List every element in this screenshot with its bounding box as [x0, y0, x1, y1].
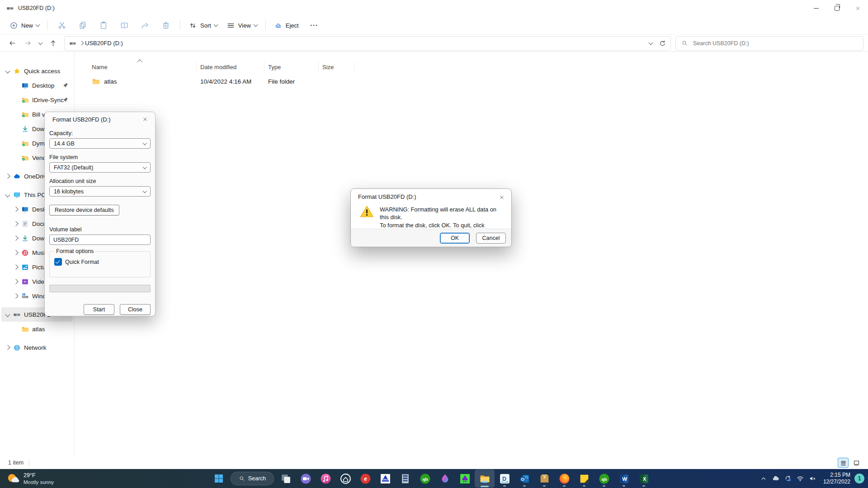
taskbar-clock[interactable]: 2:15 PM 12/27/2022: [823, 472, 850, 485]
arrow-right-icon: [24, 39, 32, 47]
file-system-dropdown[interactable]: FAT32 (Default): [49, 162, 151, 173]
toolbar-button-rename[interactable]: [114, 19, 134, 32]
taskbar-search[interactable]: Search: [231, 472, 274, 485]
eject-button[interactable]: Eject: [270, 19, 303, 32]
restore-defaults-button[interactable]: Restore device defaults: [49, 205, 119, 216]
volume-label-input[interactable]: [49, 235, 151, 245]
view-toggle-details-view[interactable]: [838, 458, 849, 468]
tray-icon-wifi[interactable]: [794, 471, 807, 486]
taskbar-app-itunes[interactable]: [316, 469, 335, 488]
search-input[interactable]: [692, 40, 858, 47]
svg-text:qb: qb: [422, 476, 428, 481]
chevron-right-icon: [80, 41, 84, 46]
up-button[interactable]: [45, 37, 61, 50]
taskbar-app-outlook[interactable]: O: [514, 469, 534, 488]
tree-chevron-icon[interactable]: [5, 68, 10, 73]
toolbar-button-share[interactable]: [135, 19, 155, 32]
tree-chevron-icon[interactable]: [13, 221, 18, 226]
column-header-date-modified[interactable]: Date modified: [197, 62, 264, 72]
view-button[interactable]: View: [222, 19, 261, 32]
tree-chevron-icon[interactable]: [5, 192, 10, 197]
toolbar-button-delete[interactable]: [156, 19, 176, 32]
taskbar-app-pti-blue[interactable]: PTI: [375, 469, 395, 488]
format-dialog-close-button[interactable]: [141, 115, 150, 124]
taskbar-app-task-view[interactable]: [276, 469, 296, 488]
tray-icon-volume-mute[interactable]: [807, 471, 819, 486]
recent-locations-button[interactable]: [35, 42, 45, 44]
sidebar-item-idrive-sync[interactable]: IDrive-Sync: [1, 93, 73, 107]
tray-icon-sync[interactable]: [782, 471, 794, 486]
sidebar-item-quick-access[interactable]: Quick access: [1, 64, 73, 78]
file-row-atlas[interactable]: atlas 10/4/2022 4:16 AM File folder: [75, 74, 868, 89]
tree-chevron-icon[interactable]: [13, 279, 18, 284]
back-button[interactable]: [5, 37, 20, 50]
desktop-icon: [21, 206, 29, 213]
taskbar-app-box-app[interactable]: [534, 469, 554, 488]
toolbar-button-cut[interactable]: [52, 19, 72, 32]
taskbar-app-word[interactable]: W: [614, 469, 634, 488]
trash-can-icon: [161, 21, 170, 30]
taskbar-app-firefox[interactable]: [554, 469, 574, 488]
tray-icon-show-hidden-icons[interactable]: [758, 471, 770, 486]
sidebar-item-atlas[interactable]: atlas: [1, 322, 73, 336]
refresh-icon[interactable]: [659, 40, 666, 47]
column-header-size[interactable]: Size: [319, 62, 355, 72]
sidebar-item-network[interactable]: Network: [1, 340, 73, 355]
start-button[interactable]: Start: [84, 304, 114, 315]
taskbar-app-home-app[interactable]: [335, 469, 355, 488]
taskbar-app-doc-stack[interactable]: [395, 469, 415, 488]
more-options-button[interactable]: [304, 19, 324, 32]
taskbar-app-file-explorer[interactable]: [475, 469, 495, 488]
chevron-down-icon: [142, 165, 146, 169]
sticky-notes-icon: [579, 473, 590, 484]
tray-icon-onedrive[interactable]: [770, 471, 782, 486]
tree-chevron-icon[interactable]: [13, 235, 18, 240]
column-header-name[interactable]: Name: [88, 62, 197, 72]
column-header-type[interactable]: Type: [264, 62, 319, 72]
taskbar-app-video-chat[interactable]: [296, 469, 316, 488]
chevron-down-icon[interactable]: [649, 40, 653, 45]
allocation-dropdown[interactable]: 16 kilobytes: [49, 186, 151, 197]
warning-dialog-close-button[interactable]: [498, 193, 506, 202]
taskbar-app-paint-drop[interactable]: [435, 469, 455, 488]
new-button[interactable]: New: [5, 19, 43, 32]
view-toggle-thumbnail-view[interactable]: [851, 458, 862, 468]
taskbar-app-quickbooks[interactable]: qb: [415, 469, 435, 488]
maximize-button[interactable]: [826, 0, 847, 16]
tree-chevron-icon[interactable]: [5, 174, 10, 178]
taskbar-app-edge-e[interactable]: e: [355, 469, 375, 488]
taskbar-app-excel[interactable]: X: [634, 469, 654, 488]
toolbar-button-paste[interactable]: [94, 19, 113, 32]
volume-label-label: Volume label: [49, 226, 151, 233]
running-indicator: [563, 485, 566, 487]
sidebar-item-desktop[interactable]: Desktop: [1, 78, 73, 93]
tree-chevron-icon[interactable]: [13, 264, 18, 269]
close-button[interactable]: [847, 0, 868, 16]
capacity-dropdown[interactable]: 14.4 GB: [49, 138, 151, 149]
tree-chevron-icon[interactable]: [13, 206, 18, 211]
tree-chevron-icon[interactable]: [13, 250, 18, 255]
notification-badge[interactable]: 1: [854, 474, 864, 483]
taskbar-app-pti-green[interactable]: PTI: [455, 469, 475, 488]
chevron-down-icon: [253, 23, 258, 27]
minimize-button[interactable]: [806, 0, 826, 16]
cloud-icon: [13, 173, 21, 180]
cancel-button[interactable]: Cancel: [476, 233, 506, 244]
tree-chevron-icon[interactable]: [5, 312, 10, 317]
taskbar-app-idrive[interactable]: D: [495, 469, 514, 488]
forward-button[interactable]: [20, 37, 35, 50]
weather-widget[interactable]: 29°F Mostly sunny: [6, 469, 54, 488]
ok-button[interactable]: OK: [440, 233, 470, 244]
breadcrumb[interactable]: USB20FD (D:): [85, 40, 123, 47]
address-field[interactable]: USB20FD (D:): [64, 36, 671, 51]
quick-format-checkbox[interactable]: [54, 258, 62, 266]
sort-button[interactable]: Sort: [184, 19, 222, 32]
toolbar-button-copy[interactable]: [73, 19, 93, 32]
taskbar-app-sticky-notes[interactable]: [574, 469, 594, 488]
tree-chevron-icon[interactable]: [13, 293, 18, 298]
taskbar-app-quickbooks-2[interactable]: qb: [594, 469, 614, 488]
format-dialog: Format USB20FD (D:) Capacity: 14.4 GB Fi…: [44, 112, 156, 316]
start-button-taskbar[interactable]: [209, 469, 229, 488]
tree-chevron-icon[interactable]: [5, 345, 10, 350]
close-dialog-button[interactable]: Close: [120, 304, 151, 315]
